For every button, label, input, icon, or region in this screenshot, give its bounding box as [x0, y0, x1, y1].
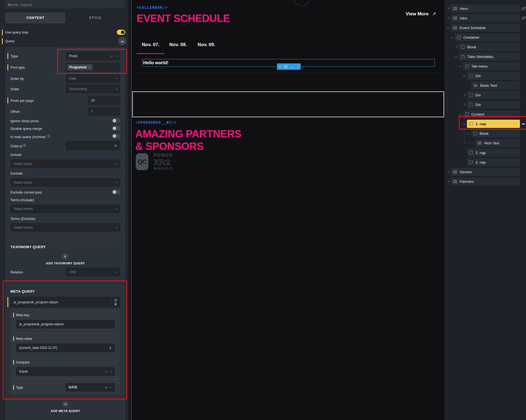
eye-slash-icon[interactable] [522, 17, 526, 19]
setting-indicator [13, 336, 14, 341]
include-placeholder: Select posts [14, 162, 32, 166]
close-icon[interactable]: × [88, 65, 90, 69]
chevron-down-icon[interactable] [447, 26, 449, 29]
chevron-down-icon[interactable] [459, 65, 462, 68]
structure-item-basic-text[interactable]: Basic Text [471, 81, 520, 89]
chevron-down-icon [110, 386, 112, 388]
tab-nov-07[interactable]: Nov. 07. [142, 42, 159, 47]
ignore-sticky-toggle[interactable] [112, 118, 120, 123]
add-meta-query-button[interactable]: ADD META QUERY [10, 409, 120, 413]
add-icon[interactable]: + [279, 65, 281, 68]
structure-item-block[interactable]: Block [471, 129, 520, 138]
posts-per-page-input[interactable]: 10 [88, 96, 120, 105]
add-taxonomy-query-button[interactable]: ADD TAXONOMY QUERY [10, 262, 120, 265]
structure-item-content[interactable]: Content [463, 110, 520, 118]
child-of-input[interactable] [66, 141, 120, 150]
structure-item-2-nqp[interactable]: 2. nqp [467, 149, 520, 157]
sponsor-logo-badge: QC [136, 153, 148, 170]
structure-item-div[interactable]: Div [467, 72, 520, 80]
query-loop-icon[interactable]: ∞ [118, 37, 126, 45]
terms-exclude-select[interactable]: Select terms [10, 223, 120, 232]
chevron-down-icon[interactable] [467, 132, 470, 135]
structure-item-block[interactable]: Block [459, 43, 520, 51]
structure-item-label: Partners [460, 180, 474, 184]
structure-item-div[interactable]: Div [467, 91, 520, 99]
tab-content[interactable]: CONTENT [5, 12, 65, 23]
meta-query-item-title: je_programok_program-datum [14, 300, 58, 304]
element-id-input[interactable]: #brxe-zoqvcb [5, 0, 125, 9]
structure-item-container[interactable]: Container [455, 33, 520, 41]
tab-nov-09[interactable]: Nov. 09. [198, 42, 215, 47]
relation-select[interactable]: AND [66, 268, 120, 276]
chevron-right-icon[interactable] [447, 180, 449, 183]
add-meta-plus-button[interactable]: + [62, 401, 69, 407]
chevron-right-icon[interactable] [463, 94, 466, 96]
columns-icon[interactable] [284, 65, 287, 68]
exclude-select[interactable]: Select posts [10, 178, 120, 187]
type-label: Type [10, 54, 18, 58]
include-label: Include [10, 153, 21, 157]
exclude-current-toggle[interactable] [112, 189, 120, 195]
chevron-right-icon[interactable] [447, 170, 449, 173]
terms-include-select[interactable]: Select terms [10, 205, 120, 213]
vertical-resize-icon[interactable]: ↕ [297, 65, 299, 68]
horizontal-resize-icon[interactable]: ↔ [290, 65, 294, 68]
order-select[interactable]: Descending [66, 85, 120, 93]
chevron-right-icon[interactable] [463, 103, 466, 106]
chevron-down-icon[interactable] [451, 36, 453, 39]
meta-key-input[interactable]: je_programok_program-datum [16, 320, 115, 329]
relation-value: AND [69, 270, 76, 274]
partners-heading-line1[interactable]: AMAZING PARTNERS [135, 128, 241, 140]
post-type-chip[interactable]: Programok × [67, 64, 93, 70]
structure-item-3-nap[interactable]: 3. nap [467, 158, 520, 166]
structure-item-section[interactable]: Section [450, 168, 520, 176]
structure-item-rich-text[interactable]: Rich Text [475, 139, 520, 147]
structure-item-tabs-nestable[interactable]: Tabs (Nestable) [459, 52, 520, 61]
event-schedule-heading[interactable]: EVENT SCHEDULE [137, 12, 230, 25]
panel-canvas-gutter [128, 0, 131, 420]
clear-icon[interactable]: × [110, 54, 113, 58]
chevron-down-icon [115, 207, 118, 209]
structure-item-event-schedule[interactable]: Event Schedule [450, 24, 520, 32]
empty-content-block[interactable] [132, 91, 444, 117]
structure-item-div[interactable]: Div [467, 100, 520, 109]
type-select[interactable]: Posts × [66, 52, 120, 60]
structure-item-partners[interactable]: Partners [450, 177, 520, 186]
structure-item-tab-menu[interactable]: Tab menu [463, 62, 520, 70]
tab-nov-08[interactable]: Nov. 08. [169, 42, 187, 47]
chevron-down-icon[interactable] [463, 74, 466, 77]
offset-input[interactable]: 0 [88, 107, 120, 116]
dynamic-data-icon[interactable] [109, 346, 112, 350]
is-main-query-toggle[interactable] [112, 133, 120, 139]
clear-icon[interactable]: × [105, 385, 107, 390]
meta-query-item-header[interactable]: je_programok_program-datum [10, 297, 120, 308]
chevron-right-icon[interactable] [447, 17, 449, 19]
clear-icon[interactable]: × [105, 369, 107, 374]
eye-slash-icon[interactable] [522, 7, 526, 10]
dynamic-data-icon[interactable] [114, 144, 117, 147]
meta-value-input[interactable]: {current_date:2023.11.07} [16, 343, 115, 352]
chevron-right-icon[interactable] [455, 46, 458, 48]
chevron-down-icon[interactable] [455, 55, 458, 58]
chevron-down-icon[interactable] [463, 122, 466, 125]
chevron-right-icon[interactable] [447, 7, 449, 10]
use-query-loop-toggle[interactable] [117, 30, 125, 35]
copy-icon[interactable] [114, 299, 117, 302]
chevron-down-icon[interactable] [459, 113, 462, 116]
trash-icon[interactable] [114, 303, 117, 306]
structure-item-1-nap[interactable]: 1. nap [467, 120, 520, 128]
meta-type-select[interactable]: DATE × [65, 383, 115, 392]
view-more-link[interactable]: View More ↗ [406, 11, 436, 17]
post-type-select[interactable]: Programok × [66, 63, 120, 72]
partners-heading-line2[interactable]: & SPONSORS [135, 140, 203, 153]
structure-item-intro[interactable]: Intro [450, 14, 520, 22]
structure-item-hero[interactable]: Hero [450, 4, 520, 13]
include-select[interactable]: Select posts [10, 159, 120, 168]
compare-select[interactable]: Equal × [16, 367, 115, 376]
disable-merge-toggle[interactable] [112, 126, 120, 131]
text-icon [474, 84, 477, 87]
tab-style[interactable]: STYLE [65, 12, 125, 23]
section-icon [453, 7, 457, 10]
add-taxonomy-plus-button[interactable]: + [62, 253, 68, 260]
order-by-select[interactable]: Date [66, 74, 120, 83]
